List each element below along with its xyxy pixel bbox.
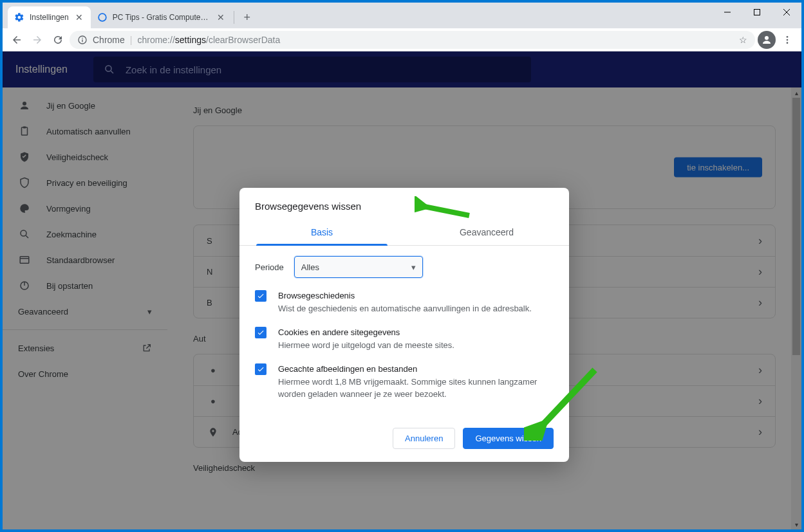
site-icon xyxy=(97,12,108,23)
profile-avatar[interactable] xyxy=(758,31,776,49)
svg-point-0 xyxy=(98,14,106,21)
url-text: chrome://settings/clearBrowserData xyxy=(137,35,280,45)
browser-window: Instellingen ✕ PC Tips - Gratis Computer… xyxy=(3,3,801,529)
titlebar: Instellingen ✕ PC Tips - Gratis Computer… xyxy=(3,3,801,28)
back-button[interactable] xyxy=(8,31,26,49)
dialog-tabs: Basis Geavanceerd xyxy=(239,219,569,246)
chrome-menu-button[interactable] xyxy=(778,31,796,49)
svg-rect-2 xyxy=(754,10,760,15)
close-tab-icon[interactable]: ✕ xyxy=(216,12,226,23)
check-title: Cookies en andere sitegegevens xyxy=(278,326,454,339)
check-history[interactable]: BrowsegeschiedenisWist de geschiedenis e… xyxy=(255,289,554,315)
address-bar[interactable]: Chrome | chrome://settings/clearBrowserD… xyxy=(70,31,755,49)
clear-data-dialog: Browsegegevens wissen Basis Geavanceerd … xyxy=(239,188,569,462)
period-value: Alles xyxy=(301,262,319,272)
svg-point-10 xyxy=(787,39,789,41)
dialog-title: Browsegegevens wissen xyxy=(239,188,569,219)
settings-page: Instellingen Zoek in de instellingen Jij… xyxy=(3,51,801,529)
period-label: Periode xyxy=(255,262,284,272)
check-desc: Hiermee word je uitgelogd van de meeste … xyxy=(278,339,454,352)
period-row: Periode Alles ▾ xyxy=(255,256,554,278)
tab-strip: Instellingen ✕ PC Tips - Gratis Computer… xyxy=(3,3,256,28)
tab-separator xyxy=(234,11,234,24)
tab-advanced[interactable]: Geavanceerd xyxy=(404,219,569,245)
checkbox-checked-icon[interactable] xyxy=(255,327,266,338)
checkbox-checked-icon[interactable] xyxy=(255,363,266,375)
url-scheme-label: Chrome xyxy=(93,35,125,45)
check-cookies[interactable]: Cookies en andere sitegegevensHiermee wo… xyxy=(255,326,554,351)
check-cache[interactable]: Gecachte afbeeldingen en bestandenHierme… xyxy=(255,363,554,401)
tab-pctips[interactable]: PC Tips - Gratis Computer tips, in ✕ xyxy=(91,6,232,28)
checkbox-checked-icon[interactable] xyxy=(255,290,266,302)
clear-data-button[interactable]: Gegevens wissen xyxy=(463,428,554,449)
close-tab-icon[interactable]: ✕ xyxy=(74,12,84,23)
svg-point-11 xyxy=(787,42,789,44)
period-select[interactable]: Alles ▾ xyxy=(294,256,423,278)
forward-button[interactable] xyxy=(28,31,46,49)
svg-point-6 xyxy=(82,37,83,39)
site-info-icon[interactable] xyxy=(77,35,88,45)
cancel-button[interactable]: Annuleren xyxy=(393,428,455,449)
url-separator: | xyxy=(130,35,133,45)
check-desc: Hiermee wordt 1,8 MB vrijgemaakt. Sommig… xyxy=(278,376,554,401)
tab-settings[interactable]: Instellingen ✕ xyxy=(8,6,91,28)
check-title: Gecachte afbeeldingen en bestanden xyxy=(278,363,554,376)
minimize-button[interactable] xyxy=(713,3,742,22)
tab-basic[interactable]: Basis xyxy=(239,219,404,245)
tab-title: Instellingen xyxy=(30,13,69,22)
reload-button[interactable] xyxy=(49,31,67,49)
window-controls xyxy=(713,3,801,22)
svg-rect-7 xyxy=(82,39,82,42)
new-tab-button[interactable]: + xyxy=(238,8,256,26)
gear-icon xyxy=(14,12,24,23)
svg-point-9 xyxy=(787,36,789,38)
close-window-button[interactable] xyxy=(772,3,801,22)
chevron-down-icon: ▾ xyxy=(411,262,416,272)
tab-title: PC Tips - Gratis Computer tips, in xyxy=(113,13,210,22)
toolbar: Chrome | chrome://settings/clearBrowserD… xyxy=(3,28,801,51)
bookmark-star-icon[interactable]: ☆ xyxy=(739,35,747,45)
svg-point-8 xyxy=(765,36,769,40)
maximize-button[interactable] xyxy=(742,3,772,22)
check-desc: Wist de geschiedenis en automatische aan… xyxy=(278,302,532,315)
dialog-body: Periode Alles ▾ BrowsegeschiedenisWist d… xyxy=(239,246,569,417)
dialog-actions: Annuleren Gegevens wissen xyxy=(239,417,569,462)
check-title: Browsegeschiedenis xyxy=(278,289,532,302)
